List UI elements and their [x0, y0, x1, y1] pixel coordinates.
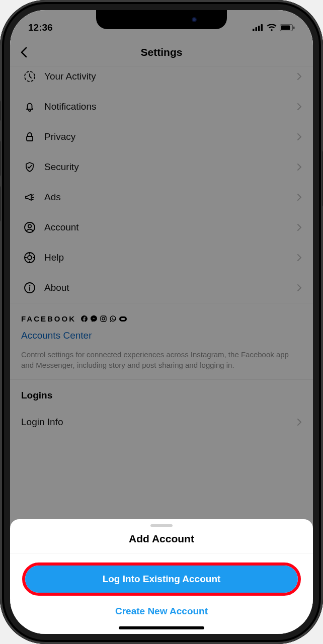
volume-down	[0, 186, 1, 221]
screen: 12:36 Settings Your Activity	[10, 10, 313, 634]
front-camera	[192, 17, 197, 22]
phone-frame: 12:36 Settings Your Activity	[0, 0, 323, 644]
add-account-sheet: Add Account Log Into Existing Account Cr…	[10, 519, 313, 634]
home-indicator[interactable]	[119, 626, 204, 629]
sheet-body: Log Into Existing Account Create New Acc…	[10, 553, 313, 620]
sheet-grabber[interactable]	[150, 524, 173, 527]
volume-up	[0, 141, 1, 176]
mute-switch	[0, 101, 1, 121]
notch	[96, 10, 227, 29]
sheet-title: Add Account	[10, 530, 313, 553]
create-new-account-button[interactable]: Create New Account	[115, 603, 208, 620]
log-into-existing-button[interactable]: Log Into Existing Account	[25, 566, 298, 593]
tutorial-highlight: Log Into Existing Account	[22, 562, 301, 596]
